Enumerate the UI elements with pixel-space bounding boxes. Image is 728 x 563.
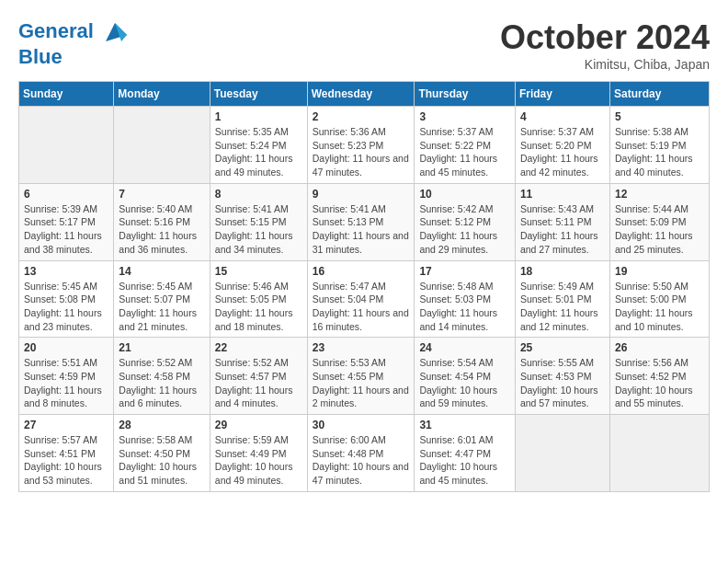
day-number: 7: [119, 188, 204, 201]
day-number: 3: [419, 110, 510, 123]
calendar-cell: 14Sunrise: 5:45 AM Sunset: 5:07 PM Dayli…: [114, 260, 210, 338]
calendar-cell: 9Sunrise: 5:41 AM Sunset: 5:13 PM Daylig…: [307, 183, 415, 260]
weekday-header-friday: Friday: [515, 82, 609, 107]
day-number: 9: [313, 188, 410, 201]
weekday-header-row: SundayMondayTuesdayWednesdayThursdayFrid…: [19, 82, 710, 107]
day-number: 17: [419, 265, 510, 278]
day-info: Sunrise: 5:44 AM Sunset: 5:09 PM Dayligh…: [615, 202, 704, 257]
calendar-cell: 10Sunrise: 5:42 AM Sunset: 5:12 PM Dayli…: [415, 183, 516, 260]
day-info: Sunrise: 5:38 AM Sunset: 5:19 PM Dayligh…: [615, 125, 704, 179]
day-number: 31: [419, 419, 510, 431]
day-number: 4: [520, 110, 605, 123]
day-number: 6: [24, 188, 108, 201]
day-info: Sunrise: 5:36 AM Sunset: 5:23 PM Dayligh…: [313, 125, 410, 179]
page-header: General Blue October 2024 Kimitsu, Chiba…: [18, 18, 710, 72]
day-number: 15: [215, 265, 302, 278]
day-info: Sunrise: 6:01 AM Sunset: 4:47 PM Dayligh…: [419, 433, 510, 488]
day-info: Sunrise: 5:57 AM Sunset: 4:51 PM Dayligh…: [24, 433, 108, 488]
day-info: Sunrise: 5:45 AM Sunset: 5:07 PM Dayligh…: [119, 280, 204, 334]
day-number: 30: [313, 419, 410, 431]
calendar-cell: 24Sunrise: 5:54 AM Sunset: 4:54 PM Dayli…: [415, 338, 516, 415]
logo-text2: Blue: [18, 46, 129, 68]
calendar-week-row: 20Sunrise: 5:51 AM Sunset: 4:59 PM Dayli…: [19, 338, 710, 415]
calendar-week-row: 1Sunrise: 5:35 AM Sunset: 5:24 PM Daylig…: [19, 107, 710, 184]
calendar-cell: [19, 107, 114, 184]
day-info: Sunrise: 5:52 AM Sunset: 4:58 PM Dayligh…: [119, 356, 204, 410]
calendar-cell: 5Sunrise: 5:38 AM Sunset: 5:19 PM Daylig…: [609, 107, 709, 184]
day-number: 2: [313, 110, 410, 123]
calendar-cell: 7Sunrise: 5:40 AM Sunset: 5:16 PM Daylig…: [114, 183, 210, 260]
day-info: Sunrise: 5:46 AM Sunset: 5:05 PM Dayligh…: [215, 280, 302, 334]
location: Kimitsu, Chiba, Japan: [500, 57, 710, 72]
calendar-cell: 16Sunrise: 5:47 AM Sunset: 5:04 PM Dayli…: [307, 260, 415, 338]
day-info: Sunrise: 5:51 AM Sunset: 4:59 PM Dayligh…: [24, 356, 108, 410]
day-number: 16: [313, 265, 410, 278]
calendar-week-row: 6Sunrise: 5:39 AM Sunset: 5:17 PM Daylig…: [19, 183, 710, 260]
day-info: Sunrise: 5:49 AM Sunset: 5:01 PM Dayligh…: [520, 280, 605, 334]
day-number: 21: [119, 341, 204, 354]
day-number: 22: [215, 341, 302, 354]
calendar-cell: 19Sunrise: 5:50 AM Sunset: 5:00 PM Dayli…: [609, 260, 709, 338]
calendar-cell: 21Sunrise: 5:52 AM Sunset: 4:58 PM Dayli…: [114, 338, 210, 415]
calendar-cell: 20Sunrise: 5:51 AM Sunset: 4:59 PM Dayli…: [19, 338, 114, 415]
calendar-cell: [515, 415, 609, 492]
day-info: Sunrise: 5:52 AM Sunset: 4:57 PM Dayligh…: [215, 356, 302, 410]
day-info: Sunrise: 5:58 AM Sunset: 4:50 PM Dayligh…: [119, 433, 204, 488]
day-info: Sunrise: 5:59 AM Sunset: 4:49 PM Dayligh…: [215, 433, 302, 488]
calendar-cell: 28Sunrise: 5:58 AM Sunset: 4:50 PM Dayli…: [114, 415, 210, 492]
day-info: Sunrise: 5:53 AM Sunset: 4:55 PM Dayligh…: [313, 356, 410, 410]
calendar-cell: 4Sunrise: 5:37 AM Sunset: 5:20 PM Daylig…: [515, 107, 609, 184]
day-number: 28: [119, 419, 204, 431]
calendar-cell: 22Sunrise: 5:52 AM Sunset: 4:57 PM Dayli…: [210, 338, 307, 415]
day-info: Sunrise: 5:55 AM Sunset: 4:53 PM Dayligh…: [520, 356, 605, 410]
day-number: 13: [24, 265, 108, 278]
calendar-cell: 12Sunrise: 5:44 AM Sunset: 5:09 PM Dayli…: [609, 183, 709, 260]
day-info: Sunrise: 5:43 AM Sunset: 5:11 PM Dayligh…: [520, 202, 605, 257]
calendar-cell: 18Sunrise: 5:49 AM Sunset: 5:01 PM Dayli…: [515, 260, 609, 338]
day-info: Sunrise: 5:35 AM Sunset: 5:24 PM Dayligh…: [215, 125, 302, 179]
day-info: Sunrise: 5:37 AM Sunset: 5:20 PM Dayligh…: [520, 125, 605, 179]
day-number: 8: [215, 188, 302, 201]
day-number: 19: [615, 265, 704, 278]
day-number: 11: [520, 188, 605, 201]
logo-text: General: [18, 18, 129, 46]
calendar-cell: 30Sunrise: 6:00 AM Sunset: 4:48 PM Dayli…: [307, 415, 415, 492]
day-info: Sunrise: 5:42 AM Sunset: 5:12 PM Dayligh…: [419, 202, 510, 257]
calendar-cell: 23Sunrise: 5:53 AM Sunset: 4:55 PM Dayli…: [307, 338, 415, 415]
calendar-cell: 29Sunrise: 5:59 AM Sunset: 4:49 PM Dayli…: [210, 415, 307, 492]
calendar-cell: 2Sunrise: 5:36 AM Sunset: 5:23 PM Daylig…: [307, 107, 415, 184]
calendar-cell: 13Sunrise: 5:45 AM Sunset: 5:08 PM Dayli…: [19, 260, 114, 338]
calendar-table: SundayMondayTuesdayWednesdayThursdayFrid…: [18, 81, 710, 492]
day-info: Sunrise: 5:45 AM Sunset: 5:08 PM Dayligh…: [24, 280, 108, 334]
calendar-cell: 15Sunrise: 5:46 AM Sunset: 5:05 PM Dayli…: [210, 260, 307, 338]
day-info: Sunrise: 5:41 AM Sunset: 5:15 PM Dayligh…: [215, 202, 302, 257]
day-number: 1: [215, 110, 302, 123]
calendar-cell: [114, 107, 210, 184]
day-number: 20: [24, 341, 108, 354]
day-info: Sunrise: 5:54 AM Sunset: 4:54 PM Dayligh…: [419, 356, 510, 410]
day-number: 27: [24, 419, 108, 431]
day-info: Sunrise: 5:41 AM Sunset: 5:13 PM Dayligh…: [313, 202, 410, 257]
day-number: 12: [615, 188, 704, 201]
calendar-cell: 1Sunrise: 5:35 AM Sunset: 5:24 PM Daylig…: [210, 107, 307, 184]
day-number: 24: [419, 341, 510, 354]
day-info: Sunrise: 5:48 AM Sunset: 5:03 PM Dayligh…: [419, 280, 510, 334]
day-info: Sunrise: 6:00 AM Sunset: 4:48 PM Dayligh…: [313, 433, 410, 488]
calendar-cell: 8Sunrise: 5:41 AM Sunset: 5:15 PM Daylig…: [210, 183, 307, 260]
day-number: 5: [615, 110, 704, 123]
day-number: 26: [615, 341, 704, 354]
weekday-header-sunday: Sunday: [19, 82, 114, 107]
day-number: 25: [520, 341, 605, 354]
title-area: October 2024 Kimitsu, Chiba, Japan: [500, 18, 710, 72]
day-number: 18: [520, 265, 605, 278]
day-number: 14: [119, 265, 204, 278]
logo: General Blue: [18, 18, 129, 68]
calendar-week-row: 13Sunrise: 5:45 AM Sunset: 5:08 PM Dayli…: [19, 260, 710, 338]
day-info: Sunrise: 5:40 AM Sunset: 5:16 PM Dayligh…: [119, 202, 204, 257]
calendar-cell: 26Sunrise: 5:56 AM Sunset: 4:52 PM Dayli…: [609, 338, 709, 415]
calendar-cell: 17Sunrise: 5:48 AM Sunset: 5:03 PM Dayli…: [415, 260, 516, 338]
calendar-cell: 31Sunrise: 6:01 AM Sunset: 4:47 PM Dayli…: [415, 415, 516, 492]
weekday-header-tuesday: Tuesday: [210, 82, 307, 107]
weekday-header-saturday: Saturday: [609, 82, 709, 107]
calendar-cell: [609, 415, 709, 492]
